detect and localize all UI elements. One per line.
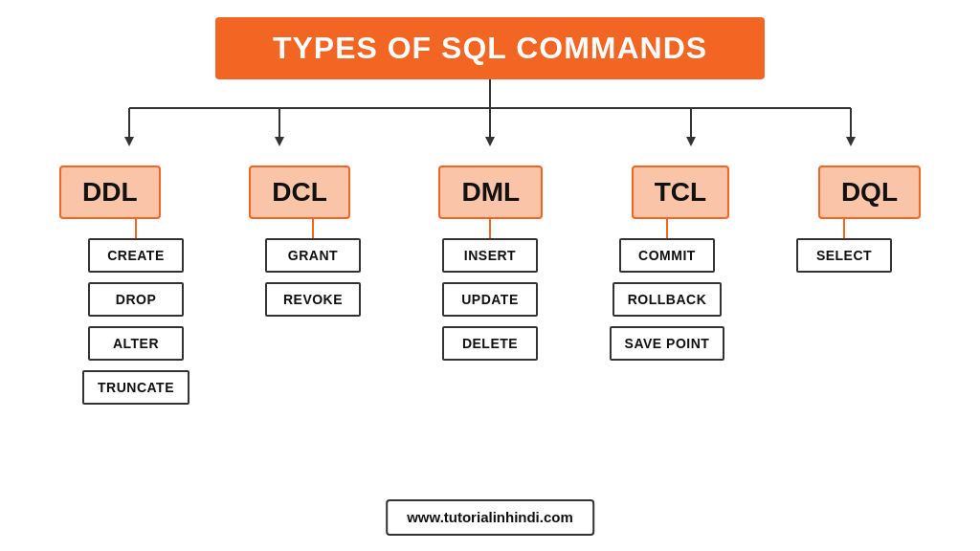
ddl-item-3: TRUNCATE [98,380,174,395]
dcl-items: GRANT REVOKE [265,238,361,326]
categories-row: DDL DCL DML TCL DQL [59,165,921,219]
list-item: INSERT [442,238,538,273]
title-bar: TYPES OF SQL COMMANDS [215,17,765,79]
category-dcl: DCL [249,165,350,219]
list-item: DROP [88,282,184,317]
tcl-connector [666,219,668,238]
list-item: DELETE [442,326,538,361]
connector-svg [59,79,921,165]
category-dql: DQL [818,165,921,219]
category-ddl-label: DDL [82,177,138,207]
dml-items: INSERT UPDATE DELETE [442,238,538,370]
category-dcl-label: DCL [272,177,327,207]
category-dml: DML [438,165,543,219]
tcl-items: COMMIT ROLLBACK SAVE POINT [610,238,725,370]
list-item: COMMIT [619,238,715,273]
list-item: UPDATE [442,282,538,317]
col-dcl: GRANT REVOKE [236,219,390,326]
connector-lines-area [59,79,921,165]
category-tcl: TCL [632,165,729,219]
dql-items: SELECT [796,238,892,282]
ddl-connector [135,219,137,238]
diagram-container: TYPES OF SQL COMMANDS [0,0,980,551]
list-item: REVOKE [265,282,361,317]
category-ddl: DDL [59,165,161,219]
website-url: www.tutorialinhindi.com [407,509,573,525]
ddl-item-1: DROP [116,292,156,307]
list-item: ALTER [88,326,184,361]
list-item: SAVE POINT [610,326,725,361]
dml-item-1: UPDATE [461,292,519,307]
svg-marker-7 [485,137,495,146]
dml-connector [489,219,491,238]
dml-item-0: INSERT [464,248,516,263]
tcl-item-1: ROLLBACK [628,292,707,307]
svg-marker-9 [686,137,696,146]
svg-marker-5 [275,137,284,146]
tcl-item-0: COMMIT [638,248,696,263]
list-item: TRUNCATE [82,370,189,405]
svg-marker-3 [124,137,134,146]
website-url-box: www.tutorialinhindi.com [386,499,594,536]
col-tcl: COMMIT ROLLBACK SAVE POINT [590,219,744,370]
col-dql: SELECT [768,219,921,282]
tcl-item-2: SAVE POINT [625,336,710,351]
dql-connector [843,219,845,238]
columns-row: CREATE DROP ALTER TRUNCATE GRANT [59,219,921,414]
ddl-item-2: ALTER [113,336,159,351]
ddl-item-0: CREATE [107,248,165,263]
list-item: ROLLBACK [612,282,723,317]
list-item: CREATE [88,238,184,273]
ddl-items: CREATE DROP ALTER TRUNCATE [82,238,189,414]
dcl-item-0: GRANT [288,248,338,263]
category-dml-label: DML [461,177,520,207]
dcl-item-1: REVOKE [283,292,343,307]
page-title: TYPES OF SQL COMMANDS [273,31,707,65]
dql-item-0: SELECT [816,248,872,263]
list-item: SELECT [796,238,892,273]
dcl-connector [312,219,314,238]
col-dml: INSERT UPDATE DELETE [413,219,567,370]
col-ddl: CREATE DROP ALTER TRUNCATE [59,219,212,414]
svg-marker-11 [846,137,856,146]
category-tcl-label: TCL [655,177,706,207]
dml-item-2: DELETE [462,336,518,351]
list-item: GRANT [265,238,361,273]
category-dql-label: DQL [841,177,898,207]
